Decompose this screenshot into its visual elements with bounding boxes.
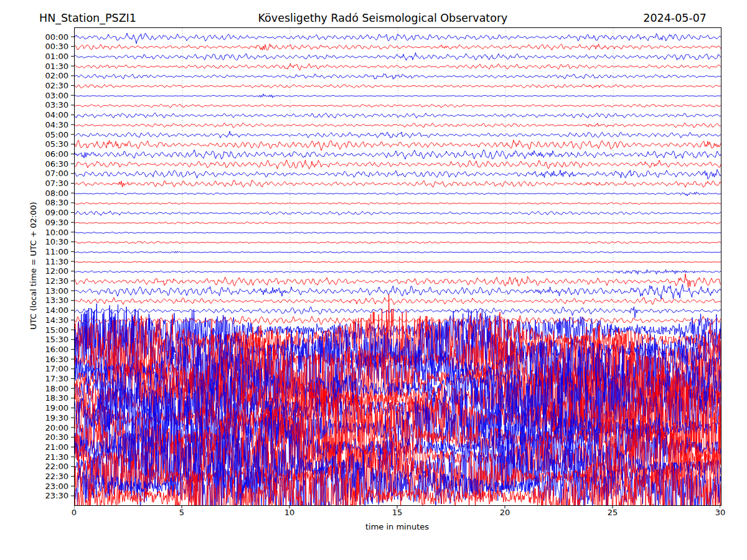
y-tick-label-10:00: 10:00 [37, 228, 68, 237]
y-tick-label-03:30: 03:30 [37, 100, 68, 110]
trace-02:30 [75, 85, 721, 88]
x-tick-label-20: 20 [491, 508, 519, 517]
trace-09:30 [75, 222, 721, 224]
y-tick-label-22:00: 22:00 [37, 462, 68, 471]
y-tick-label-10:30: 10:30 [37, 237, 68, 246]
y-tick-label-23:30: 23:30 [37, 491, 68, 500]
trace-05:00 [75, 131, 721, 138]
trace-13:00 [75, 284, 721, 299]
y-tick-label-05:00: 05:00 [37, 130, 68, 139]
y-tick-label-21:00: 21:00 [37, 442, 68, 452]
y-tick-label-14:00: 14:00 [37, 306, 68, 315]
seismogram-canvas [75, 28, 721, 505]
y-tick-label-02:30: 02:30 [37, 81, 68, 90]
y-tick-label-19:30: 19:30 [37, 413, 68, 422]
y-tick-label-08:00: 08:00 [37, 189, 68, 198]
x-axis-title: time in minutes [74, 522, 720, 531]
trace-04:30 [75, 123, 721, 128]
y-tick-label-17:00: 17:00 [37, 364, 68, 373]
x-tick-label-0: 0 [60, 508, 88, 517]
y-tick-label-05:30: 05:30 [37, 139, 68, 149]
observatory-title: Kövesligethy Radó Seismological Observat… [9, 12, 747, 24]
y-tick-label-21:30: 21:30 [37, 452, 68, 462]
trace-11:00 [75, 251, 721, 253]
y-tick-label-03:00: 03:00 [37, 91, 68, 100]
trace-12:30 [75, 274, 721, 287]
trace-01:00 [75, 53, 721, 61]
y-tick-label-01:30: 01:30 [37, 62, 68, 71]
x-tick-label-10: 10 [276, 508, 303, 517]
y-axis-title: UTC (local time = UTC + 02:00) [29, 202, 38, 329]
trace-05:30 [75, 140, 721, 151]
y-tick-label-04:00: 04:00 [37, 110, 68, 119]
y-tick-label-00:30: 00:30 [37, 42, 68, 51]
y-tick-label-01:00: 01:00 [37, 52, 68, 61]
trace-01:30 [75, 63, 721, 70]
trace-00:30 [75, 44, 721, 50]
y-tick-label-13:00: 13:00 [37, 286, 68, 296]
y-tick-label-14:30: 14:30 [37, 315, 68, 325]
trace-03:00 [75, 94, 721, 98]
y-tick-label-16:30: 16:30 [37, 355, 68, 364]
trace-12:00 [75, 269, 721, 274]
y-tick-label-07:00: 07:00 [37, 169, 68, 178]
y-tick-label-16:00: 16:00 [37, 345, 68, 354]
x-tick-label-15: 15 [383, 508, 411, 517]
y-tick-label-18:00: 18:00 [37, 384, 68, 393]
y-tick-label-00:00: 00:00 [37, 32, 68, 42]
y-tick-label-15:30: 15:30 [37, 335, 68, 344]
y-tick-label-19:00: 19:00 [37, 403, 68, 413]
y-tick-label-17:30: 17:30 [37, 374, 68, 383]
y-tick-label-20:00: 20:00 [37, 423, 68, 432]
trace-13:30 [75, 297, 721, 305]
y-tick-label-23:00: 23:00 [37, 482, 68, 491]
seismogram-plot [74, 27, 721, 506]
y-tick-label-12:00: 12:00 [37, 266, 68, 276]
y-tick-label-08:30: 08:30 [37, 198, 68, 207]
x-tick-label-5: 5 [168, 508, 195, 517]
y-tick-label-12:30: 12:30 [37, 276, 68, 286]
trace-03:30 [75, 104, 721, 107]
y-tick-label-09:00: 09:00 [37, 208, 68, 217]
y-tick-label-06:30: 06:30 [37, 159, 68, 169]
trace-07:30 [75, 180, 721, 187]
y-tick-label-06:00: 06:00 [37, 149, 68, 159]
x-tick-label-25: 25 [599, 508, 626, 517]
y-tick-label-20:30: 20:30 [37, 432, 68, 442]
y-tick-label-04:30: 04:30 [37, 120, 68, 129]
y-tick-label-09:30: 09:30 [37, 218, 68, 227]
date-title: 2024-05-07 [643, 12, 707, 24]
y-tick-label-11:00: 11:00 [37, 247, 68, 256]
x-tick-label-30: 30 [707, 508, 734, 517]
y-tick-label-22:30: 22:30 [37, 472, 68, 481]
y-axis-ticks [70, 27, 74, 505]
y-tick-label-11:30: 11:30 [37, 257, 68, 266]
y-tick-label-13:30: 13:30 [37, 296, 68, 305]
y-tick-label-18:30: 18:30 [37, 393, 68, 403]
y-tick-label-07:30: 07:30 [37, 179, 68, 188]
y-tick-label-15:00: 15:00 [37, 325, 68, 335]
y-tick-label-02:00: 02:00 [37, 71, 68, 80]
